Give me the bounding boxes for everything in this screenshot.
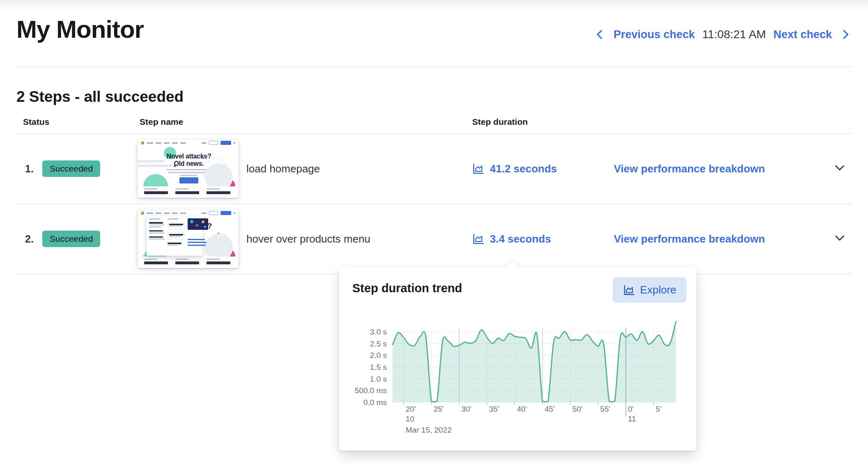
step-row-2: 2. Succeeded s? [16, 204, 852, 274]
next-check-link[interactable]: Next check [773, 28, 832, 41]
step-duration-cell: 41.2 seconds [472, 163, 614, 175]
step-duration-trend-popover: Step duration trend Explore 0.0 ms500.0 … [339, 268, 696, 451]
step-duration-link[interactable]: 3.4 seconds [490, 233, 551, 245]
svg-text:11: 11 [628, 415, 636, 423]
view-performance-breakdown-link[interactable]: View performance breakdown [614, 163, 765, 175]
svg-text:55': 55' [600, 405, 611, 413]
previous-check-link[interactable]: Previous check [613, 28, 695, 41]
thumbnail-footer-links [138, 186, 239, 198]
steps-table: Status Step name Step duration 1. Succee… [16, 108, 852, 274]
svg-text:20': 20' [406, 405, 416, 413]
svg-text:0': 0' [628, 405, 634, 413]
steps-heading: 2 Steps - all succeeded [16, 88, 852, 105]
next-check-chevron-icon[interactable] [839, 28, 852, 41]
svg-text:40': 40' [517, 405, 527, 413]
step-row-1: 1. Succeeded [16, 134, 852, 204]
thumbnail-headline-fragment: s? [203, 222, 239, 231]
page-header: My Monitor Previous check 11:08:21 AM Ne… [0, 0, 868, 45]
step-screenshot-thumbnail[interactable]: s? [138, 210, 239, 268]
step-duration-link[interactable]: 41.2 seconds [490, 163, 557, 175]
svg-text:50': 50' [572, 405, 583, 413]
svg-text:10: 10 [406, 415, 414, 423]
svg-text:1.0 s: 1.0 s [370, 375, 387, 383]
thumbnail-release-card [188, 218, 208, 230]
svg-text:5': 5' [656, 405, 661, 413]
thumbnail-cta-button [220, 211, 231, 215]
svg-text:3.0 s: 3.0 s [370, 328, 387, 336]
thumbnail-get-started-button [179, 177, 198, 183]
svg-text:45': 45' [544, 405, 555, 413]
step-duration-cell: 3.4 seconds [472, 233, 614, 245]
svg-text:500.0 ms: 500.0 ms [355, 386, 387, 395]
svg-text:2.0 s: 2.0 s [370, 351, 387, 360]
thumbnail-footer-links [138, 257, 239, 268]
check-navigation: Previous check 11:08:21 AM Next check [594, 28, 852, 45]
thumbnail-login-button [209, 141, 218, 145]
popover-title: Step duration trend [352, 282, 462, 295]
column-header-status: Status [16, 117, 140, 127]
svg-text:30': 30' [461, 405, 471, 413]
previous-check-chevron-icon[interactable] [594, 28, 606, 41]
check-time: 11:08:21 AM [702, 28, 766, 41]
svg-text:2.5 s: 2.5 s [370, 339, 387, 348]
step-number: 1. [16, 163, 42, 175]
column-header-step-duration: Step duration [472, 117, 852, 127]
step-name: load homepage [246, 163, 472, 175]
svg-text:35': 35' [489, 405, 499, 413]
step-name: hover over products menu [246, 233, 472, 245]
svg-text:0.0 ms: 0.0 ms [363, 398, 387, 407]
area-chart-icon [472, 163, 485, 175]
step-duration-trend-chart: 0.0 ms500.0 ms1.0 s1.5 s2.0 s2.5 s3.0 s2… [339, 316, 696, 443]
thumbnail-cta-button [220, 141, 231, 145]
header-divider [16, 66, 852, 67]
area-chart-icon [472, 233, 485, 245]
area-chart-icon [623, 284, 635, 296]
step-screenshot-thumbnail[interactable]: Novel attacks? Old news. [138, 140, 239, 198]
thumbnail-site-navbar [138, 140, 239, 146]
step-number: 2. [16, 233, 42, 245]
svg-text:25': 25' [434, 405, 444, 413]
column-header-step-name: Step name [140, 117, 472, 127]
status-badge: Succeeded [42, 231, 100, 247]
page-title: My Monitor [16, 14, 144, 45]
svg-text:Mar 15, 2022: Mar 15, 2022 [406, 426, 452, 434]
thumbnail-login-button [209, 211, 218, 215]
elastic-logo-icon [141, 141, 144, 144]
explore-button[interactable]: Explore [613, 277, 687, 302]
expand-row-chevron-down-icon[interactable] [834, 232, 846, 244]
elastic-logo-icon [141, 211, 144, 215]
search-icon [234, 142, 235, 144]
thumbnail-site-navbar [138, 210, 239, 216]
svg-text:1.5 s: 1.5 s [370, 363, 387, 371]
table-header-row: Status Step name Step duration [16, 108, 852, 134]
search-icon [234, 212, 235, 214]
expand-row-chevron-down-icon[interactable] [834, 162, 846, 174]
view-performance-breakdown-link[interactable]: View performance breakdown [614, 233, 765, 245]
status-badge: Succeeded [42, 160, 100, 177]
thumbnail-products-mega-menu [147, 216, 202, 256]
